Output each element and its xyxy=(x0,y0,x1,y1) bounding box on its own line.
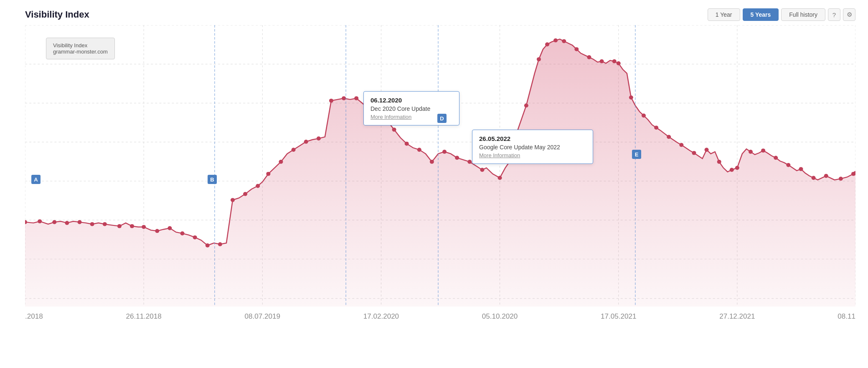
svg-point-85 xyxy=(679,143,683,147)
svg-point-40 xyxy=(130,224,134,228)
settings-button[interactable]: ⚙ xyxy=(843,8,855,21)
svg-point-50 xyxy=(256,184,260,188)
svg-point-87 xyxy=(705,148,709,152)
svg-point-38 xyxy=(103,222,107,226)
svg-point-33 xyxy=(38,219,42,223)
svg-point-44 xyxy=(180,231,184,235)
svg-point-92 xyxy=(761,148,765,153)
svg-point-46 xyxy=(206,243,210,248)
svg-point-83 xyxy=(654,125,658,130)
svg-point-77 xyxy=(587,55,591,59)
svg-point-43 xyxy=(168,226,172,230)
svg-point-94 xyxy=(786,163,790,167)
chart-legend: Visibility Index grammar-monster.com xyxy=(46,38,115,59)
visibility-chart: 1 2 3 4 5 6 7 8 16.04.2018 26.11.2018 08… xyxy=(25,25,855,339)
svg-point-39 xyxy=(117,224,122,228)
svg-point-34 xyxy=(52,220,56,224)
svg-point-88 xyxy=(717,160,721,164)
svg-point-90 xyxy=(735,166,739,170)
svg-point-79 xyxy=(612,59,617,64)
event-marker-d[interactable]: D xyxy=(437,114,447,123)
svg-point-58 xyxy=(354,96,358,100)
tooltip-may-2022-date: 26.05.2022 xyxy=(479,135,586,142)
svg-point-48 xyxy=(231,198,235,202)
svg-point-75 xyxy=(562,39,566,43)
svg-point-74 xyxy=(553,38,558,43)
chart-title: Visibility Index xyxy=(25,9,89,20)
svg-point-73 xyxy=(545,42,549,46)
svg-point-35 xyxy=(65,221,69,225)
svg-point-81 xyxy=(629,95,633,100)
svg-point-67 xyxy=(467,160,472,164)
svg-point-62 xyxy=(405,142,409,146)
tooltip-may-2022: 26.05.2022 Google Core Update May 2022 M… xyxy=(472,130,593,164)
full-history-button[interactable]: Full history xyxy=(781,8,825,21)
header: Visibility Index 1 Year 5 Years Full his… xyxy=(25,8,855,21)
header-controls: 1 Year 5 Years Full history ? ⚙ xyxy=(708,8,855,21)
tooltip-dec-2020-date: 06.12.2020 xyxy=(371,97,452,104)
tooltip-dec-2020-event: Dec 2020 Core Update xyxy=(371,105,452,112)
tooltip-may-2022-event: Google Core Update May 2022 xyxy=(479,144,586,151)
svg-point-76 xyxy=(574,47,579,51)
chart-container: Visibility Index 1 Year 5 Years Full his… xyxy=(0,0,868,368)
svg-point-72 xyxy=(537,57,541,61)
event-marker-e[interactable]: E xyxy=(632,150,641,159)
one-year-button[interactable]: 1 Year xyxy=(708,8,740,21)
legend-domain: grammar-monster.com xyxy=(53,49,108,55)
svg-point-69 xyxy=(498,176,502,180)
svg-point-86 xyxy=(692,151,696,155)
svg-text:08.07.2019: 08.07.2019 xyxy=(245,312,280,320)
svg-point-82 xyxy=(642,114,646,118)
svg-text:16.04.2018: 16.04.2018 xyxy=(25,312,43,320)
svg-text:08.11.2022: 08.11.2022 xyxy=(838,312,855,320)
legend-title: Visibility Index xyxy=(53,42,108,49)
tooltip-may-2022-link[interactable]: More Information xyxy=(479,152,586,158)
svg-point-65 xyxy=(442,150,447,154)
svg-point-95 xyxy=(799,167,803,171)
svg-point-63 xyxy=(417,148,421,152)
svg-point-97 xyxy=(824,174,828,178)
svg-point-51 xyxy=(266,172,270,176)
svg-point-37 xyxy=(90,222,94,226)
help-button[interactable]: ? xyxy=(828,8,840,21)
chart-area: 1 2 3 4 5 6 7 8 16.04.2018 26.11.2018 08… xyxy=(25,25,855,339)
svg-point-93 xyxy=(774,156,778,160)
svg-point-47 xyxy=(218,242,222,246)
five-years-button[interactable]: 5 Years xyxy=(743,8,779,21)
svg-point-66 xyxy=(455,156,459,160)
svg-point-36 xyxy=(78,220,82,224)
svg-point-45 xyxy=(193,235,197,240)
svg-point-56 xyxy=(329,99,333,103)
svg-text:26.11.2018: 26.11.2018 xyxy=(126,312,161,320)
event-marker-a[interactable]: A xyxy=(31,175,41,184)
svg-point-52 xyxy=(279,160,283,164)
svg-point-89 xyxy=(730,168,734,172)
svg-point-96 xyxy=(812,176,816,180)
svg-point-53 xyxy=(292,148,296,152)
svg-point-71 xyxy=(524,104,528,108)
svg-point-49 xyxy=(243,192,247,196)
svg-point-57 xyxy=(342,96,346,100)
svg-point-41 xyxy=(142,225,146,229)
svg-point-54 xyxy=(304,140,308,144)
svg-text:17.02.2020: 17.02.2020 xyxy=(363,312,399,320)
svg-point-55 xyxy=(317,136,321,141)
svg-text:27.12.2021: 27.12.2021 xyxy=(719,312,755,320)
svg-point-68 xyxy=(480,168,484,172)
svg-text:05.10.2020: 05.10.2020 xyxy=(482,312,518,320)
svg-point-42 xyxy=(155,229,159,233)
svg-point-61 xyxy=(392,128,396,132)
svg-text:17.05.2021: 17.05.2021 xyxy=(601,312,636,320)
svg-point-98 xyxy=(839,177,843,181)
svg-point-80 xyxy=(617,61,621,66)
event-marker-b[interactable]: B xyxy=(208,175,217,184)
svg-point-64 xyxy=(430,160,434,164)
svg-point-84 xyxy=(667,135,671,139)
svg-point-78 xyxy=(600,59,604,64)
svg-point-91 xyxy=(749,150,753,154)
